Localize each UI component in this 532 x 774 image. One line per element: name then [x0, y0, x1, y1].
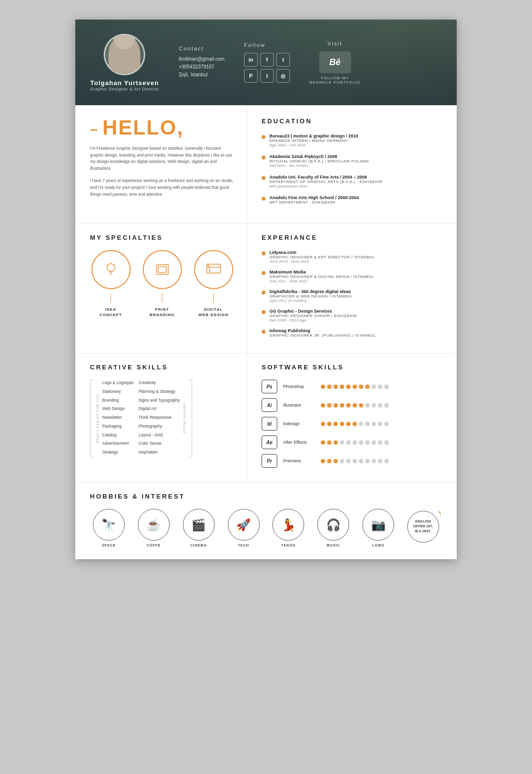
hobby-item: 🚀 TECH [228, 509, 260, 547]
exp-title: Infomag Publishing [269, 328, 376, 333]
facebook-icon[interactable]: f [260, 53, 274, 67]
skill-dot-empty [372, 403, 376, 408]
skill-dot-filled [321, 403, 325, 408]
sw-icon-premiere: Pr [262, 454, 277, 468]
sw-icon-photoshop: Ps [262, 380, 277, 393]
behance-icon-text: Bē [330, 57, 341, 68]
skill-dot-filled [359, 385, 363, 389]
edu-dot [262, 197, 266, 201]
hobby-label: LOMO [372, 544, 384, 547]
avatar-section: Tolgahan Yurtseven Graphic Designer & Ar… [90, 34, 159, 91]
hobby-label: CINEMA [190, 544, 207, 547]
skill-dot-empty [378, 385, 382, 389]
person-name: Tolgahan Yurtseven [90, 79, 159, 87]
hobby-label: TECH [238, 544, 249, 547]
hobby-circle: 🎧 [317, 509, 349, 541]
skill-dot-empty [372, 385, 376, 389]
edu-content: Anadolu Fine Arts High School / 2000-200… [269, 195, 359, 205]
exp-subtitle: GRAPHIC DESIGNER & ART DIRECTOR / ISTANB… [269, 255, 375, 259]
hobby-item: 🔭 SPACE [93, 509, 125, 547]
education-list: Bureau23 | motion & graphic design / 201… [262, 134, 444, 205]
creative-col2-wrapper: CreativityPlanning & StrategySigns and T… [138, 380, 192, 458]
behance-logo[interactable]: Bē [319, 51, 351, 73]
avatar-person-shape [109, 35, 140, 74]
skill-dot-empty [365, 403, 370, 408]
skill-dot-filled [340, 403, 344, 408]
exp-date: April 2011 (3 months) [269, 298, 353, 303]
creative-skill-item: Branding [102, 397, 133, 404]
instagram-icon[interactable]: ◎ [276, 69, 290, 83]
svg-point-9 [208, 265, 209, 266]
desing-skill-item: Photography [138, 423, 179, 430]
hobbies-section: HOBBIES & INTEREST 🔭 SPACE ☕ COFFE 🎬 CIN… [75, 483, 457, 559]
skill-dot-empty [353, 459, 357, 463]
sw-name: Premiere [283, 458, 315, 463]
education-item: Bureau23 | motion & graphic design / 201… [262, 134, 444, 147]
skill-dot-empty [346, 459, 351, 463]
skill-dot-filled [359, 403, 363, 408]
education-title: EDUCATION [262, 117, 444, 125]
software-skills-list: Ps Photoshop Ai Illustrator Id Indesign … [262, 380, 444, 468]
skill-dot-empty [340, 459, 344, 463]
linkedin-icon[interactable]: in [244, 53, 258, 67]
exp-dot [262, 271, 266, 275]
hello-text: HELLO, [103, 117, 184, 138]
hobby-circle: ☕ [138, 509, 170, 541]
exp-title: Digitalfabrika - 360 degree digital idea… [269, 289, 353, 294]
skill-dot-empty [378, 459, 382, 463]
exp-subtitle: GRAPHIC DESIGNER & DIGITAL MEDIA / ISTAN… [269, 274, 374, 279]
specialty-label: DIGITALWEB DESIGN [199, 307, 229, 318]
creative-skills-inner: WHAT I CAN DO FOR YOU Logo & LogotypeSta… [90, 380, 234, 458]
hobby-item: 💃 TANGO [272, 509, 304, 547]
exp-content: Digitalfabrika - 360 degree digital idea… [269, 289, 353, 303]
hobby-item: ☕ COFFE [138, 509, 170, 547]
visit-label: Visit [310, 41, 360, 46]
exp-content: Lidyana.com GRAPHIC DESIGNER & ART DIREC… [269, 250, 375, 264]
exp-date: Dec 2009 - 2010 Agu [269, 318, 357, 322]
hello-dash: – [90, 122, 99, 136]
specialty-line [162, 293, 162, 303]
skill-dot-empty [372, 440, 376, 445]
exp-dot [262, 251, 266, 255]
specialty-label: IDEACONCEPT [99, 307, 122, 318]
edu-subtitle: DEPARTMENT OF GRAPHIC ARTS (B.F.A.) - ES… [269, 180, 382, 184]
exp-content: Infomag Publishing GRAPHIC DESIGNER JR. … [269, 328, 376, 338]
twitter-icon[interactable]: t [276, 53, 290, 67]
skill-dot-filled [365, 385, 370, 389]
desing-skill-item: Inspiration [138, 449, 179, 455]
experience-item: GG Graphic - Design Services GRAPHIC DES… [262, 309, 444, 322]
creative-skill-item: Web Design [102, 406, 133, 412]
skill-dot-empty [384, 403, 389, 408]
hobby-icon: 🔭 [101, 518, 116, 532]
edu-dot [262, 176, 266, 180]
experience-item: Maksimum Media GRAPHIC DESIGNER & DIGITA… [262, 270, 444, 283]
name-title-block: Tolgahan Yurtseven Graphic Designer & Ar… [90, 79, 159, 91]
skill-dot-empty [372, 459, 376, 463]
skill-dot-empty [378, 403, 382, 408]
experience-section: EXPERIANCE Lidyana.com GRAPHIC DESIGNER … [247, 224, 457, 354]
edu-dot [262, 156, 266, 159]
edu-dot [262, 135, 266, 139]
avatar [104, 34, 145, 75]
hobby-item: 🎧 MUSIC [317, 509, 349, 547]
skill-dot-filled [327, 403, 332, 408]
pinterest-icon[interactable]: P [244, 69, 258, 83]
contact-phone: +905432379187 [179, 64, 225, 69]
sw-name: Photoshop [283, 384, 315, 389]
exp-subtitle: GRAPHIC DESIGNER JR. (PUBLISHING) / ISTA… [269, 333, 376, 338]
skill-dot-filled [346, 422, 351, 426]
tumblr-icon[interactable]: t [260, 69, 274, 83]
social-grid: in f t P t ◎ [244, 53, 290, 83]
hobby-icon: 🎧 [326, 518, 341, 532]
contact-location: Şişli, Istanbul [179, 72, 225, 77]
desing-skill-item: Planning & Strategy [138, 388, 179, 395]
specialties-section: MY SPECIALTIES IDEACONCEPT PRINTBRANDING… [75, 224, 247, 354]
contact-email: tholkhan@gmail.com [179, 56, 225, 62]
header-content: Tolgahan Yurtseven Graphic Designer & Ar… [75, 24, 457, 101]
hobby-label: TANGO [281, 544, 296, 547]
skill-dot-filled [340, 385, 344, 389]
desing-skill-item: Layout - Grid [138, 432, 179, 438]
behance-follow-label: FOLLOW MYBEHANCE PORTFOLIO [310, 76, 360, 85]
software-skills-section: SOFTWARE SKILLS Ps Photoshop Ai Illustra… [247, 354, 457, 482]
hello-section: – HELLO, I'm Freelance Graphic Designer … [75, 105, 247, 224]
